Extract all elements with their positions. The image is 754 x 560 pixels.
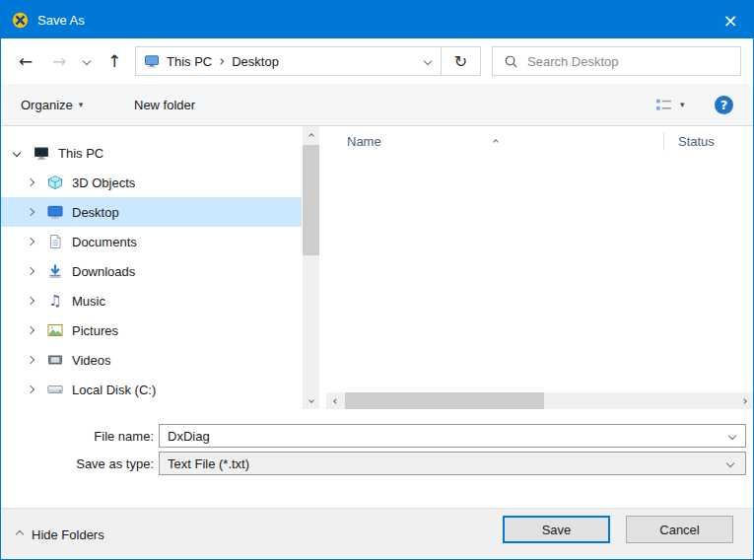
search-box [492, 46, 741, 76]
scrollbar-thumb[interactable] [303, 145, 319, 255]
organize-label: Organize [21, 98, 73, 112]
tree-item-videos[interactable]: Videos [1, 345, 302, 375]
organize-button[interactable]: Organize ▾ [21, 84, 83, 125]
tree-item-local-disk-c[interactable]: Local Disk (C:) [1, 375, 302, 404]
videos-icon [47, 352, 63, 368]
tree-item-label: Local Disk (C:) [72, 383, 156, 397]
search-input[interactable] [527, 54, 740, 69]
tree-item-desktop[interactable]: Desktop [1, 197, 302, 227]
breadcrumb-item-desktop[interactable]: Desktop [225, 47, 286, 75]
tree-item-label: Desktop [72, 205, 119, 220]
scroll-left-button[interactable] [327, 392, 344, 409]
tree-item-label: Pictures [72, 323, 118, 338]
save-as-type-row: Save as type: [1, 452, 154, 475]
scroll-right-button[interactable] [735, 392, 752, 409]
breadcrumb-item-this-pc[interactable]: This PC [160, 47, 219, 75]
music-icon: ♫ [47, 293, 63, 309]
search-icon [504, 54, 518, 69]
file-name-combobox [159, 424, 746, 448]
tree-scrollbar[interactable] [303, 126, 319, 409]
file-name-row: File name: [1, 424, 154, 448]
3d-objects-icon [47, 175, 63, 190]
tree-item-documents[interactable]: Documents [1, 227, 302, 256]
address-dropdown-button[interactable] [414, 47, 441, 75]
new-folder-button[interactable]: New folder [134, 84, 195, 125]
file-name-dropdown-button[interactable] [720, 433, 745, 439]
chevron-down-icon [83, 57, 91, 65]
save-button[interactable]: Save [503, 516, 610, 543]
chevron-right-icon [27, 326, 34, 334]
expander-icon[interactable] [23, 179, 38, 185]
column-header-label: Name [347, 134, 381, 149]
scroll-up-button[interactable] [303, 127, 319, 144]
navigation-bar: ← → ↑ This PC › Desktop ↻ [1, 38, 753, 84]
tree-item-label: This PC [58, 146, 103, 161]
window-title: Save As [37, 13, 85, 28]
close-button[interactable]: × [708, 1, 753, 38]
tree-item-downloads[interactable]: Downloads [1, 256, 302, 286]
expander-icon[interactable] [23, 327, 38, 333]
file-list-pane: Name Status [326, 126, 753, 409]
new-folder-label: New folder [134, 98, 195, 112]
chevron-down-icon [13, 149, 21, 157]
chevron-right-icon [27, 356, 34, 364]
expander-icon[interactable] [23, 209, 38, 215]
recent-locations-chevron[interactable] [79, 38, 95, 84]
chevron-up-icon [16, 530, 24, 538]
tree-item-label: Documents [72, 235, 137, 249]
expander-icon[interactable] [23, 357, 38, 363]
chevron-right-icon [27, 297, 34, 305]
expander-icon[interactable] [23, 268, 38, 274]
dxdiag-app-icon [12, 12, 29, 29]
chevron-up-icon [493, 139, 499, 145]
title-bar: Save As × [1, 1, 753, 38]
forward-button[interactable]: → [44, 38, 74, 84]
list-view-icon [655, 97, 672, 113]
chevron-right-icon [27, 178, 34, 186]
chevron-down-icon: ▾ [680, 100, 685, 109]
tree-item-music[interactable]: ♫ Music [1, 286, 302, 315]
expander-icon[interactable] [23, 239, 38, 245]
chevron-right-icon [27, 238, 34, 245]
tree-item-label: Music [72, 294, 105, 309]
music-note-glyph: ♫ [48, 293, 61, 309]
chevron-left-icon [333, 398, 339, 404]
pictures-icon [47, 322, 63, 338]
save-as-type-select[interactable]: Text File (*.txt) [159, 452, 746, 475]
expander-icon[interactable] [23, 386, 38, 392]
cancel-button[interactable]: Cancel [626, 516, 733, 543]
help-button[interactable]: ? [715, 84, 733, 125]
tree-item-3d-objects[interactable]: 3D Objects [1, 168, 302, 197]
tree-item-label: Videos [72, 353, 111, 368]
file-name-label: File name: [1, 429, 154, 444]
scroll-down-button[interactable] [303, 391, 319, 408]
refresh-button[interactable]: ↻ [442, 47, 480, 75]
chevron-down-icon: ▾ [79, 100, 84, 109]
sort-ascending-icon [494, 130, 498, 148]
up-button[interactable]: ↑ [100, 38, 129, 84]
expander-icon[interactable] [9, 150, 25, 156]
column-header-label: Status [678, 134, 715, 149]
this-pc-location-icon [144, 53, 160, 69]
file-list-empty-area[interactable] [326, 156, 753, 392]
column-header-status[interactable]: Status [664, 126, 753, 156]
chevron-right-icon [27, 385, 34, 393]
expander-icon[interactable] [23, 298, 38, 304]
view-options-button[interactable]: ▾ [655, 84, 685, 125]
hide-folders-button[interactable]: Hide Folders [17, 522, 104, 547]
chevron-right-icon [741, 398, 747, 404]
address-bar[interactable]: This PC › Desktop ↻ [135, 46, 481, 76]
chevron-down-icon [718, 460, 743, 466]
main-area: This PC 3D Objects Desktop [1, 126, 753, 409]
chevron-down-icon [728, 432, 736, 440]
back-button[interactable]: ← [11, 38, 40, 84]
documents-icon [47, 234, 63, 249]
tree-item-this-pc[interactable]: This PC [1, 138, 302, 168]
help-icon: ? [715, 96, 733, 114]
list-horizontal-scrollbar[interactable] [326, 392, 753, 409]
tree-item-pictures[interactable]: Pictures [1, 315, 302, 345]
file-name-input[interactable] [160, 429, 720, 444]
this-pc-icon [34, 145, 49, 161]
save-as-dialog: Save As × ← → ↑ This PC › Desktop ↻ [0, 0, 754, 560]
scrollbar-thumb[interactable] [345, 392, 544, 409]
